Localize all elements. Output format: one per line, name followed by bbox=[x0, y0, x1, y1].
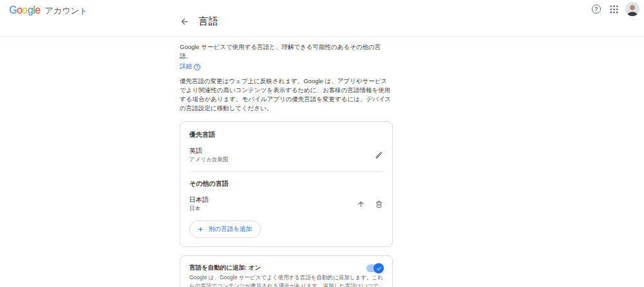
toggle-knob bbox=[374, 263, 384, 273]
avatar[interactable] bbox=[625, 2, 639, 16]
auto-add-title: 言語を自動的に追加: オン bbox=[189, 263, 383, 272]
apps-grid-button[interactable] bbox=[608, 3, 620, 15]
add-language-label: 別の言語を追加 bbox=[209, 225, 252, 233]
other-language-name: 日本語 bbox=[189, 195, 209, 204]
other-language-region: 日本 bbox=[189, 205, 209, 212]
preferred-language-row: 英語 アメリカ合衆国 bbox=[189, 146, 383, 163]
add-language-button[interactable]: 別の言語を追加 bbox=[189, 221, 261, 238]
preferred-language-name: 英語 bbox=[189, 146, 228, 155]
delete-button[interactable] bbox=[375, 200, 383, 208]
back-button[interactable] bbox=[180, 17, 190, 27]
info-icon[interactable]: ? bbox=[194, 64, 200, 70]
trash-icon bbox=[375, 200, 383, 208]
plus-icon bbox=[197, 226, 204, 233]
preferred-language-region: アメリカ合衆国 bbox=[189, 156, 228, 163]
other-language-labels: 日本語 日本 bbox=[189, 195, 209, 212]
auto-add-description: Google は、Google サービスでよく使用する言語を自動的に追加します。… bbox=[189, 273, 383, 287]
arrow-up-icon bbox=[357, 200, 365, 208]
apps-grid-icon bbox=[610, 5, 618, 14]
google-logo: Google bbox=[9, 5, 41, 16]
card-divider bbox=[189, 171, 383, 172]
product-label: アカウント bbox=[45, 5, 88, 17]
pencil-icon bbox=[375, 151, 383, 159]
app-header: Google アカウント ? bbox=[0, 0, 644, 37]
google-account-logo[interactable]: Google アカウント bbox=[9, 5, 88, 17]
page-title: 言語 bbox=[198, 15, 219, 28]
main-content: Google サービスで使用する言語と、理解できる可能性のあるその他の言語。 詳… bbox=[180, 43, 393, 287]
check-icon bbox=[376, 266, 382, 272]
preferred-language-heading: 優先言語 bbox=[189, 130, 383, 139]
other-language-row: 日本語 日本 bbox=[189, 195, 383, 212]
details-row: 詳細 ? bbox=[180, 63, 393, 71]
details-link[interactable]: 詳細 bbox=[180, 63, 192, 71]
intro-text: Google サービスで使用する言語と、理解できる可能性のあるその他の言語。 bbox=[180, 43, 393, 61]
edit-button[interactable] bbox=[375, 151, 383, 159]
page-title-row: 言語 bbox=[180, 15, 219, 28]
auto-add-card: 言語を自動的に追加: オン Google は、Google サービスでよく使用す… bbox=[180, 255, 393, 287]
avatar-photo bbox=[625, 2, 639, 16]
description-text: 優先言語の変更はウェブ上に反映されます。Google は、アプリやサービスでより… bbox=[180, 77, 393, 113]
help-button[interactable]: ? bbox=[591, 3, 602, 15]
move-up-button[interactable] bbox=[357, 200, 365, 208]
preferred-language-actions bbox=[375, 151, 383, 159]
back-arrow-icon bbox=[180, 17, 189, 26]
help-icon: ? bbox=[592, 5, 601, 14]
other-languages-heading: その他の言語 bbox=[189, 179, 383, 188]
auto-add-toggle[interactable] bbox=[366, 264, 383, 272]
other-language-actions bbox=[357, 200, 383, 208]
languages-card: 優先言語 英語 アメリカ合衆国 その他の言語 日本語 日本 bbox=[180, 121, 393, 247]
preferred-language-labels: 英語 アメリカ合衆国 bbox=[189, 146, 228, 163]
header-actions: ? bbox=[591, 2, 639, 16]
